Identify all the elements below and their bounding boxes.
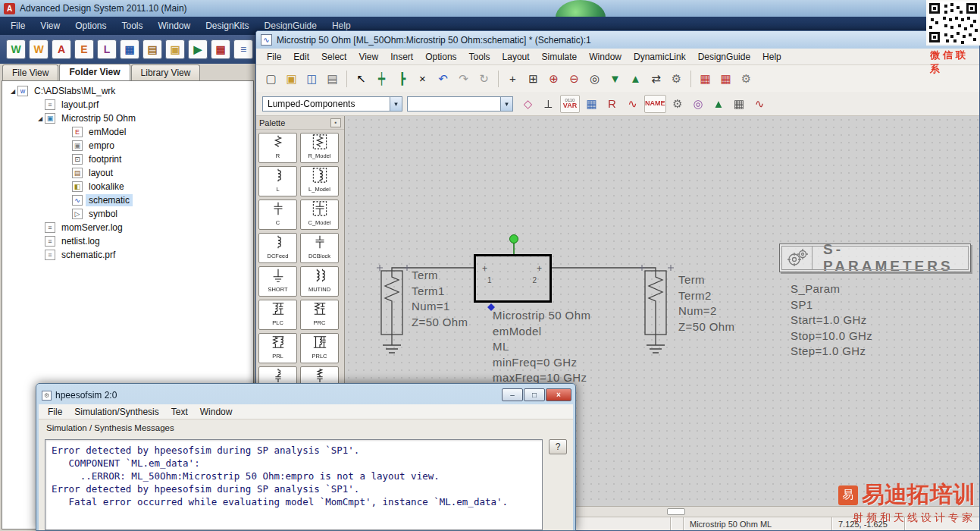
chevron-down-icon[interactable]: ▾ (500, 97, 512, 111)
tree-item-empro[interactable]: ▣empro (2, 139, 253, 152)
data-display-icon[interactable]: ▦ (730, 94, 749, 113)
insert-port-icon[interactable]: ◇ (518, 94, 537, 113)
new-layout-window-icon[interactable]: ▤ (142, 39, 162, 59)
insert-ground-icon[interactable]: ⟂ (539, 94, 558, 113)
plot-trace-icon[interactable]: ∿ (750, 94, 769, 113)
tree-item-symbol[interactable]: ▷symbol (2, 207, 253, 221)
s-parameters-controller[interactable]: S-PARAMETERS (779, 244, 971, 272)
print-icon[interactable]: ▤ (323, 69, 342, 88)
tree-item-schematic[interactable]: ∿schematic (2, 193, 253, 207)
tune-icon[interactable]: ⚙ (667, 69, 686, 88)
menu-window[interactable]: Window (583, 52, 628, 62)
expander-icon[interactable]: ◢ (8, 88, 17, 95)
ads-main-icon[interactable]: A (52, 39, 71, 59)
matrix-icon[interactable]: ▦ (582, 94, 601, 113)
menu-designguide[interactable]: DesignGuide (692, 52, 756, 62)
menu-view[interactable]: View (33, 17, 67, 35)
pop-out-of-hierarchy-icon[interactable]: ▲ (626, 69, 645, 88)
move-icon[interactable]: + (503, 69, 522, 88)
wire-squiggle-icon[interactable]: ∿ (623, 94, 642, 113)
menu-options[interactable]: Options (67, 17, 114, 35)
open-folder-icon[interactable]: ▣ (165, 39, 185, 59)
menu-layout[interactable]: Layout (496, 52, 536, 62)
menu-file[interactable]: File (3, 17, 33, 35)
tab-folder-view[interactable]: Folder View (59, 64, 130, 80)
microstrip-component-body[interactable]: + + 1 2 (474, 254, 552, 303)
palette-r-model[interactable]: R_Model (300, 133, 339, 163)
run-simulation-icon[interactable]: ▶ (188, 39, 208, 59)
palette-prl[interactable]: PRL (258, 333, 297, 363)
zoom-in-icon[interactable]: ⊕ (544, 69, 563, 88)
palette-c[interactable]: C (258, 200, 297, 230)
menu-simulation-synthesis[interactable]: Simulation/Synthesis (68, 407, 164, 417)
termination-icon[interactable]: R (603, 94, 622, 113)
palette-c-model[interactable]: C_Model (300, 200, 339, 230)
matrix-tool-icon[interactable]: ▦ (211, 39, 230, 59)
menu-tools[interactable]: Tools (114, 17, 151, 35)
menu-file[interactable]: File (261, 52, 287, 62)
zoom-full-icon[interactable]: ◎ (585, 69, 604, 88)
palette-pin-icon[interactable]: ▪ (330, 118, 341, 127)
palette-dcfeed[interactable]: DCFeed (258, 233, 297, 263)
open-workspace-icon[interactable]: W (29, 39, 49, 59)
tab-library-view[interactable]: Library View (131, 64, 201, 80)
palette-l-model[interactable]: L_Model (300, 166, 339, 196)
undo-icon[interactable]: ↶ (434, 69, 452, 88)
schematic-titlebar[interactable]: ∿ Microstrip 50 Ohm [ML_50Ohm:Microstrip… (256, 31, 979, 49)
swap-view-icon[interactable]: ⇄ (647, 69, 665, 88)
insert-pin-icon[interactable]: ┿ (372, 69, 391, 88)
component-history-select[interactable]: ▾ (407, 96, 513, 112)
tree-item-schematic-prf[interactable]: ≡schematic.prf (2, 248, 253, 262)
new-schematic-window-icon[interactable]: ▦ (120, 39, 139, 59)
save-design-icon[interactable]: ◫ (302, 69, 321, 88)
redo-icon[interactable]: ↷ (454, 69, 473, 88)
menu-view[interactable]: View (352, 52, 384, 62)
deactivate-pin-icon[interactable]: ▦ (716, 69, 735, 88)
name-annotation-icon[interactable]: NAME (644, 95, 666, 113)
settings-gear-icon[interactable]: ⚙ (668, 94, 687, 113)
menu-help[interactable]: Help (756, 52, 787, 62)
options-wrench-icon[interactable]: ⚙ (737, 69, 756, 88)
hpeesofsim-titlebar[interactable]: ⚙ hpeesofsim 2:0 – □ × (39, 386, 573, 404)
palette-prc[interactable]: PRC (300, 300, 339, 330)
deactivate-component-icon[interactable]: ▦ (696, 69, 715, 88)
menu-dynamiclink[interactable]: DynamicLink (628, 52, 692, 62)
delete-icon[interactable]: × (413, 69, 432, 88)
menu-window[interactable]: Window (151, 17, 199, 35)
expander-icon[interactable]: ◢ (36, 115, 45, 122)
tree-item-netlist-log[interactable]: ≡netlist.log (2, 234, 253, 248)
tab-file-view[interactable]: File View (2, 64, 58, 80)
palette-short[interactable]: SHORT (258, 266, 297, 297)
close-button[interactable]: × (546, 388, 571, 401)
tree-item-layout-prf[interactable]: ≡layout.prf (2, 98, 253, 112)
palette-plc[interactable]: PLC (258, 300, 297, 330)
push-into-hierarchy-icon[interactable]: ▼ (606, 69, 625, 88)
palette-prlc[interactable]: PRLC (300, 333, 339, 363)
tree-item-c-adslabs-ml-wrk[interactable]: ◢wC:\ADSlabs\ML_wrk (2, 84, 253, 98)
var-equation-icon[interactable]: 0110 VAR (560, 95, 580, 113)
menu-text[interactable]: Text (165, 407, 194, 417)
redo-all-icon[interactable]: ↻ (474, 69, 493, 88)
tree-item-momserver-log[interactable]: ≡momServer.log (2, 221, 253, 234)
palette-r[interactable]: R (258, 133, 297, 163)
palette-l[interactable]: L (258, 166, 297, 196)
help-button[interactable]: ? (549, 439, 567, 454)
tree-item-layout[interactable]: ▤layout (2, 166, 253, 180)
examples-icon[interactable]: E (74, 39, 94, 59)
menu-designkits[interactable]: DesignKits (198, 17, 256, 35)
menu-file[interactable]: File (42, 407, 68, 417)
new-workspace-icon[interactable]: W (6, 39, 26, 59)
new-design-icon[interactable]: ▢ (261, 69, 280, 88)
select-pointer-icon[interactable]: ↖ (352, 69, 371, 88)
palette-dcblock[interactable]: DCBlock (300, 233, 339, 263)
menu-edit[interactable]: Edit (287, 52, 315, 62)
tree-item-microstrip-50-ohm[interactable]: ◢▣Microstrip 50 Ohm (2, 112, 253, 125)
tree-item-emmodel[interactable]: EemModel (2, 125, 253, 139)
component-palette-select[interactable]: Lumped-Components ▾ (262, 96, 402, 112)
maximize-button[interactable]: □ (524, 388, 545, 401)
chevron-down-icon[interactable]: ▾ (390, 97, 402, 111)
menu-simulate[interactable]: Simulate (536, 52, 584, 62)
zoom-area-icon[interactable]: ⊞ (524, 69, 543, 88)
tree-item-lookalike[interactable]: ◧lookalike (2, 180, 253, 193)
palette-mutind[interactable]: MUTIND (300, 266, 339, 297)
